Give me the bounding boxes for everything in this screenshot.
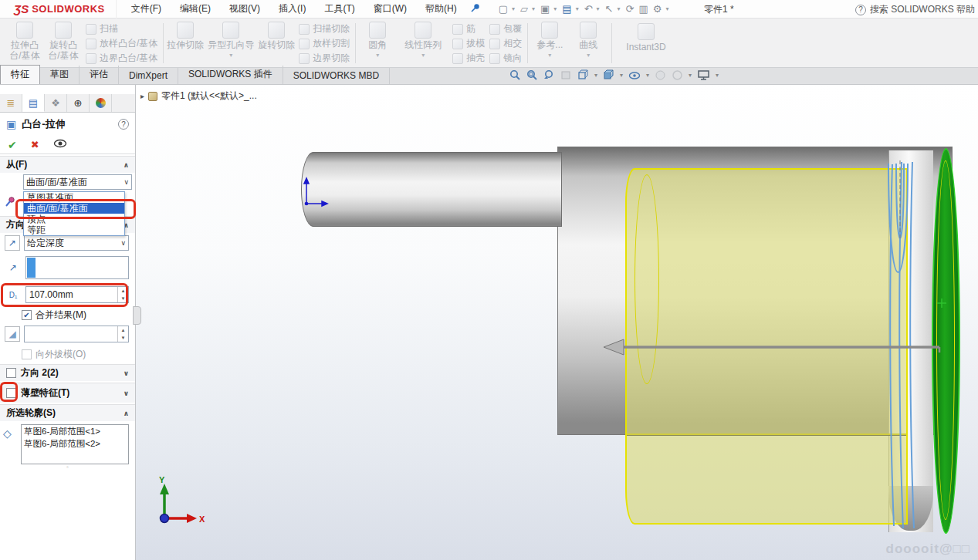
linear-pattern-caret-icon[interactable]: ▾: [421, 52, 425, 59]
hole-wizard-button[interactable]: 异型孔向导▾: [205, 22, 256, 59]
listbox-resize-handle[interactable]: ◦: [0, 464, 135, 471]
help-icon[interactable]: ?: [855, 5, 866, 15]
displaymanager-tab[interactable]: [90, 94, 112, 112]
undo-caret-icon[interactable]: ▾: [597, 5, 600, 12]
intersect-button[interactable]: 相交: [489, 36, 522, 51]
extrude-preview-body[interactable]: [625, 168, 908, 525]
pin-menu-icon[interactable]: [470, 3, 480, 15]
selected-contours-section-header[interactable]: 所选轮廓(S) ∧: [0, 404, 135, 421]
draft-angle-field[interactable]: ▲▼: [24, 326, 129, 342]
revolved-boss-button[interactable]: 旋转凸台/基体: [45, 22, 82, 62]
rebuild-icon[interactable]: ⟳: [624, 2, 636, 15]
menu-insert[interactable]: 插入(I): [270, 0, 314, 18]
save-icon[interactable]: ▣: [539, 2, 551, 15]
propertymanager-tab[interactable]: ▤: [22, 94, 45, 112]
boundary-cut-button[interactable]: 边界切除: [299, 51, 350, 66]
boundary-boss-button[interactable]: 边界凸台/基体: [86, 51, 157, 66]
shell-button[interactable]: 抽壳: [452, 51, 485, 66]
contour-item[interactable]: 草图6-局部范围<1>: [24, 426, 126, 438]
mirror-button[interactable]: 镜向: [489, 51, 522, 66]
depth-value[interactable]: 107.00mm: [26, 289, 117, 300]
expand-chevron-icon[interactable]: ∨: [124, 390, 129, 397]
dropdown-option-offset[interactable]: 等距: [24, 224, 124, 235]
cancel-button[interactable]: ✖: [31, 139, 39, 150]
menu-file[interactable]: 文件(F): [123, 0, 170, 18]
select-icon[interactable]: ↖: [604, 2, 615, 15]
contour-item[interactable]: 草图6-局部范围<2>: [24, 438, 126, 450]
extruded-cut-button[interactable]: 拉伸切除: [167, 22, 204, 51]
edit-appearance-icon[interactable]: [655, 69, 666, 81]
open-icon[interactable]: ▱: [519, 2, 530, 15]
ok-button[interactable]: ✔: [8, 139, 17, 151]
previous-view-icon[interactable]: [543, 69, 555, 81]
dropdown-option-sketch-plane[interactable]: 草图基准面: [24, 192, 124, 203]
view-settings-icon[interactable]: [697, 69, 710, 81]
file-properties-icon[interactable]: ▥: [637, 2, 649, 15]
panel-splitter-handle[interactable]: [133, 306, 141, 325]
tab-solidworks-addins[interactable]: SOLIDWORKS 插件: [178, 66, 283, 84]
configurationmanager-tab[interactable]: ❖: [45, 94, 67, 112]
section-view-icon[interactable]: [560, 69, 572, 81]
draft-spinner[interactable]: ▲▼: [117, 326, 128, 342]
hide-show-items-icon[interactable]: [628, 69, 641, 81]
curves-button[interactable]: 曲线▾: [570, 22, 607, 59]
spin-up-icon[interactable]: ▲: [118, 287, 128, 295]
help-search-label[interactable]: 搜索 SOLIDWORKS 帮助: [870, 3, 975, 16]
view-orientation-icon[interactable]: [577, 69, 589, 81]
draft-outward-checkbox[interactable]: [22, 349, 32, 359]
tab-dimxpert[interactable]: DimXpert: [119, 68, 178, 84]
extruded-boss-button[interactable]: 拉伸凸台/基体: [6, 22, 43, 62]
rib-button[interactable]: 筋: [452, 22, 485, 36]
shaft-cylinder[interactable]: [301, 152, 562, 227]
tab-solidworks-mbd[interactable]: SOLIDWORKS MBD: [283, 68, 390, 84]
fillet-caret-icon[interactable]: ▾: [376, 52, 379, 59]
view-settings-caret-icon[interactable]: ▾: [716, 72, 719, 79]
spin-up-icon[interactable]: ▲: [118, 326, 128, 334]
select-caret-icon[interactable]: ▾: [618, 5, 621, 12]
preview-eye-icon[interactable]: [53, 139, 67, 150]
tree-root-node[interactable]: 零件1 (默认<<默认>_...: [161, 89, 257, 103]
end-condition-combobox[interactable]: 给定深度 ∨: [24, 235, 129, 251]
swept-boss-button[interactable]: 扫描: [86, 22, 157, 36]
tab-sketch[interactable]: 草图: [40, 66, 80, 84]
revolved-cut-button[interactable]: 旋转切除: [258, 22, 295, 51]
hide-show-caret-icon[interactable]: ▾: [646, 72, 649, 79]
print-icon[interactable]: ▤: [560, 2, 573, 15]
draft-button[interactable]: 拔模: [452, 36, 485, 51]
linear-pattern-button[interactable]: 线性阵列▾: [398, 22, 448, 59]
reference-caret-icon[interactable]: ▾: [548, 52, 551, 59]
graphics-viewport[interactable]: ▸ 零件1 (默认<<默认>_...: [136, 85, 978, 560]
merge-result-checkbox[interactable]: ✔: [22, 310, 32, 320]
from-section-header[interactable]: 从(F) ∧: [0, 156, 135, 173]
hole-wizard-caret-icon[interactable]: ▾: [229, 52, 232, 59]
tab-features[interactable]: 特征: [0, 65, 40, 84]
selected-contours-listbox[interactable]: 草图6-局部范围<1> 草图6-局部范围<2>: [21, 424, 129, 464]
pm-help-icon[interactable]: ?: [118, 119, 129, 130]
swept-cut-button[interactable]: 扫描切除: [299, 22, 350, 36]
options-gear-icon[interactable]: ⚙: [651, 2, 664, 15]
scene-caret-icon[interactable]: ▾: [689, 72, 692, 79]
from-combobox[interactable]: 曲面/面/基准面 ∨: [23, 174, 132, 190]
undo-icon[interactable]: ↶: [583, 2, 594, 15]
dropdown-option-surface-face-plane[interactable]: 曲面/面/基准面: [24, 203, 124, 214]
spin-down-icon[interactable]: ▼: [118, 295, 128, 302]
lofted-boss-button[interactable]: 放样凸台/基体: [86, 36, 157, 51]
curves-caret-icon[interactable]: ▾: [587, 52, 590, 59]
thin-feature-section-header[interactable]: 薄壁特征(T) ∨: [0, 383, 135, 403]
display-style-icon[interactable]: [603, 69, 614, 81]
collapse-chevron-icon[interactable]: ∧: [124, 161, 129, 169]
save-caret-icon[interactable]: ▾: [553, 5, 557, 12]
display-style-caret-icon[interactable]: ▾: [620, 72, 623, 79]
draft-toggle-button[interactable]: ◢: [5, 326, 20, 342]
tab-evaluate[interactable]: 评估: [80, 66, 119, 84]
featuremanager-tab[interactable]: ≣: [0, 94, 22, 112]
tree-expand-icon[interactable]: ▸: [140, 92, 144, 100]
instant3d-button[interactable]: Instant3D: [620, 22, 672, 54]
expand-chevron-icon[interactable]: ∨: [124, 369, 129, 377]
dimxpertmanager-tab[interactable]: ⊕: [67, 94, 90, 112]
dropdown-option-vertex[interactable]: 顶点: [24, 214, 124, 224]
collapse-chevron-icon[interactable]: ∧: [124, 410, 129, 417]
menu-edit[interactable]: 编辑(E): [171, 0, 219, 18]
open-caret-icon[interactable]: ▾: [532, 5, 535, 12]
reverse-direction-button[interactable]: ↗: [5, 235, 20, 251]
